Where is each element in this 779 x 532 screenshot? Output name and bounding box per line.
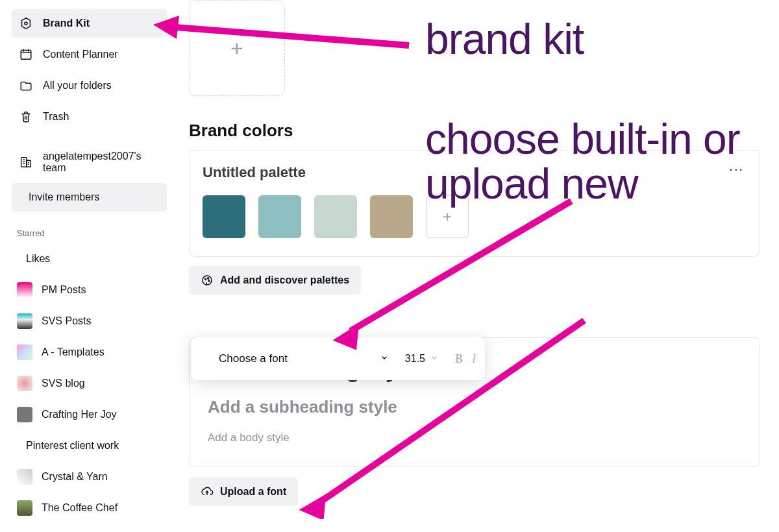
main-content: + Brand colors ··· Untitled palette + Ad… [179, 0, 779, 532]
sidebar-item-label: Brand Kit [43, 18, 90, 29]
svg-rect-2 [21, 158, 27, 167]
chevron-down-icon[interactable] [429, 352, 439, 365]
brand-colors-title: Brand colors [189, 121, 774, 141]
starred-item-a-templates[interactable]: A - Templates [12, 338, 167, 367]
svg-rect-3 [27, 160, 31, 167]
starred-item-svs-blog[interactable]: SVS blog [12, 369, 167, 398]
add-body-style[interactable]: Add a body style [208, 431, 741, 444]
sidebar-item-trash[interactable]: Trash [12, 103, 167, 131]
folder-thumb [17, 282, 32, 298]
starred-item-crystal-yarn[interactable]: Crystal & Yarn [12, 463, 167, 491]
folder-thumb [17, 469, 32, 485]
calendar-icon [18, 47, 34, 62]
add-logo-card[interactable]: + [189, 0, 285, 96]
discover-palettes-button[interactable]: Add and discover palettes [189, 266, 361, 295]
svg-rect-1 [21, 51, 31, 60]
svg-point-5 [204, 278, 206, 280]
sidebar-item-label: Trash [43, 111, 69, 123]
palette-name[interactable]: Untitled palette [203, 164, 747, 181]
sidebar-item-label: Content Planner [43, 49, 118, 60]
sidebar-item-all-folders[interactable]: All your folders [12, 71, 167, 100]
starred-item-pm-posts[interactable]: PM Posts [12, 276, 167, 304]
starred-label: Crystal & Yarn [42, 471, 108, 483]
starred-item-likes[interactable]: Likes [12, 245, 167, 273]
starred-label: SVS Posts [42, 315, 91, 327]
folder-thumb [17, 407, 32, 422]
bold-button[interactable]: B [455, 352, 463, 366]
team-label: angelatempest2007's team [43, 151, 160, 174]
chevron-down-icon[interactable] [379, 352, 390, 365]
sidebar-item-content-planner[interactable]: Content Planner [12, 40, 167, 69]
invite-label: Invite members [29, 191, 99, 203]
upload-font-button[interactable]: Upload a font [189, 478, 298, 506]
color-swatch-3[interactable] [314, 195, 357, 238]
starred-label: PM Posts [42, 284, 86, 296]
palette-card: ··· Untitled palette + [189, 150, 760, 257]
starred-item-coffee-chef[interactable]: The Coffee Chef [12, 494, 167, 522]
starred-label: SVS blog [42, 378, 85, 389]
brand-kit-icon [18, 16, 34, 31]
trash-icon [18, 109, 34, 125]
folder-thumb [17, 345, 32, 360]
folder-thumb [17, 313, 32, 329]
folder-thumb [17, 500, 32, 516]
upload-font-label: Upload a font [220, 486, 286, 498]
sidebar-item-team[interactable]: angelatempest2007's team [12, 148, 167, 176]
starred-heading: Starred [17, 228, 167, 238]
invite-members-button[interactable]: Invite members [12, 183, 167, 212]
starred-label: A - Templates [42, 346, 105, 358]
font-dropdown[interactable]: Choose a font [219, 352, 288, 365]
starred-item-crafting-her-joy[interactable]: Crafting Her Joy [12, 400, 167, 429]
plus-icon: + [230, 37, 243, 59]
starred-label: Crafting Her Joy [42, 409, 117, 420]
starred-label: The Coffee Chef [42, 502, 117, 514]
add-subheading-style[interactable]: Add a subheading style [208, 397, 741, 417]
folder-thumb [17, 376, 32, 391]
sidebar-item-label: All your folders [43, 80, 112, 91]
color-swatch-1[interactable] [203, 195, 245, 238]
upload-icon [201, 485, 214, 498]
svg-point-0 [25, 22, 27, 25]
swatch-row: + [203, 195, 747, 238]
palette-icon [201, 274, 214, 287]
starred-item-pinterest-client-work[interactable]: Pinterest client work [12, 431, 167, 460]
svg-point-6 [208, 278, 209, 279]
color-swatch-4[interactable] [370, 195, 413, 238]
font-picker-panel: Choose a font 31.5 B I [192, 337, 485, 380]
svg-point-7 [208, 280, 210, 282]
starred-item-svs-posts[interactable]: SVS Posts [12, 307, 167, 335]
building-icon [18, 154, 34, 170]
folder-icon [18, 78, 34, 93]
palette-more-icon[interactable]: ··· [729, 162, 744, 176]
sidebar-item-brand-kit[interactable]: Brand Kit [12, 9, 167, 38]
starred-label: Pinterest client work [26, 440, 119, 452]
discover-label: Add and discover palettes [220, 274, 349, 286]
font-size-input[interactable]: 31.5 [405, 353, 425, 365]
add-color-button[interactable]: + [426, 195, 469, 238]
italic-button[interactable]: I [472, 352, 476, 366]
sidebar: Brand Kit Content Planner All your folde… [0, 0, 179, 532]
color-swatch-2[interactable] [258, 195, 301, 238]
starred-label: Likes [26, 253, 50, 265]
